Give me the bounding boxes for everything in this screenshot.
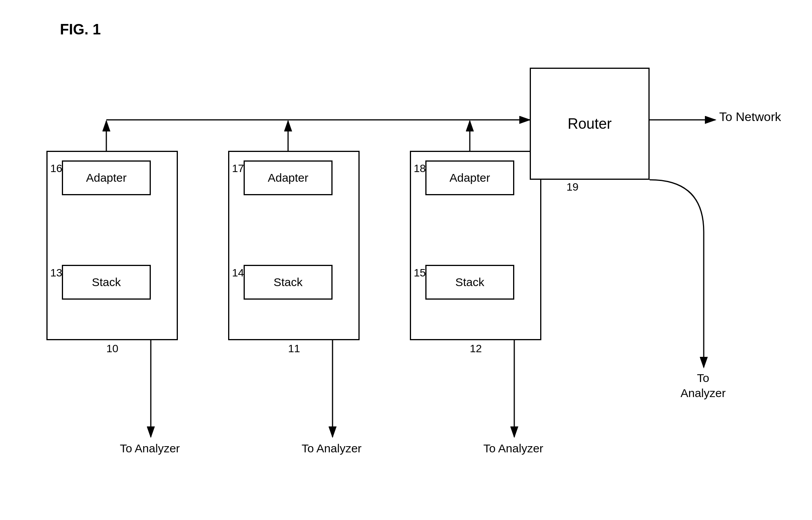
num-16: 16 [50,162,62,175]
stack-12-box: Stack [425,265,514,300]
num-12: 12 [470,343,482,355]
num-11: 11 [288,343,300,355]
adapter-10-box: Adapter [62,160,151,195]
to-network-label: To Network [719,109,781,125]
adapter-12-box: Adapter [425,160,514,195]
num-14: 14 [232,267,244,279]
stack-12-label: Stack [455,276,484,289]
adapter-11-box: Adapter [244,160,333,195]
num-19: 19 [566,181,578,193]
num-13: 13 [50,267,62,279]
adapter-12-label: Adapter [449,171,490,184]
num-17: 17 [232,162,244,175]
stack-10-box: Stack [62,265,151,300]
stack-11-box: Stack [244,265,333,300]
diagram-container: FIG. 1 [0,0,812,520]
router-box: Router [530,68,650,180]
to-analyzer-1-label: To Analyzer [120,441,180,456]
stack-10-label: Stack [92,276,121,289]
router-label: Router [568,116,612,132]
to-analyzer-3-label: To Analyzer [483,441,543,456]
num-10: 10 [106,343,118,355]
to-analyzer-2-label: To Analyzer [302,441,362,456]
adapter-10-label: Adapter [86,171,126,184]
num-18: 18 [414,162,426,175]
adapter-11-label: Adapter [268,171,308,184]
to-analyzer-4-label: ToAnalyzer [681,370,726,401]
stack-11-label: Stack [273,276,302,289]
num-15: 15 [414,267,426,279]
